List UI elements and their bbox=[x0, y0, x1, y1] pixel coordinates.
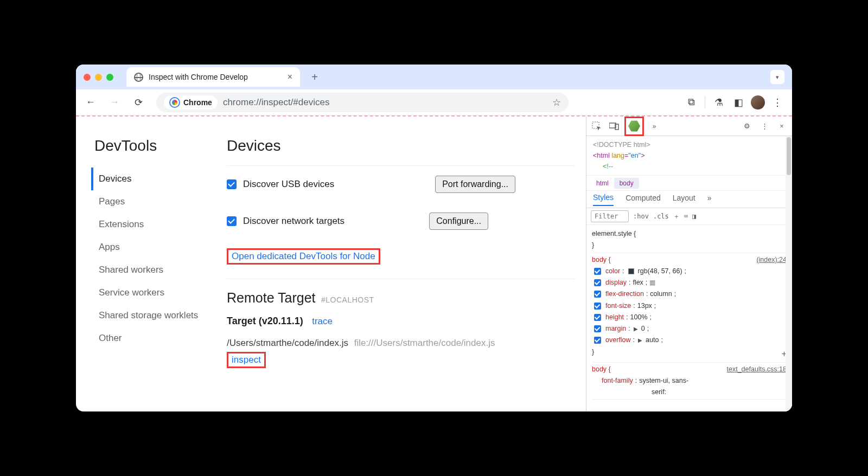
sidebar-item-apps[interactable]: Apps bbox=[91, 236, 221, 259]
globe-icon bbox=[134, 73, 143, 82]
property-name: flex-direction bbox=[605, 288, 644, 300]
target-name: Target (v20.11.1) bbox=[227, 316, 303, 326]
more-panel-tabs-icon[interactable]: » bbox=[707, 194, 712, 205]
omnibox[interactable]: Chrome chrome://inspect/#devices ☆ bbox=[156, 93, 569, 112]
toggle-rendering-icon[interactable]: ◨ bbox=[692, 213, 696, 220]
css-property-row[interactable]: color: rgb(48, 57, 66); bbox=[592, 266, 787, 277]
content-body: DevTools Devices Pages Extensions Apps S… bbox=[76, 115, 792, 411]
omnibox-origin-chip[interactable]: Chrome bbox=[164, 95, 218, 110]
crumb-body[interactable]: body bbox=[614, 178, 639, 189]
more-tabs-icon[interactable]: » bbox=[647, 119, 661, 133]
property-enabled-checkbox[interactable] bbox=[594, 303, 601, 310]
inspect-link[interactable]: inspect bbox=[232, 355, 261, 365]
close-tab-icon[interactable]: × bbox=[288, 72, 292, 82]
rule2-source-link[interactable]: text_defaults.css:18 bbox=[727, 364, 787, 375]
bookmark-icon[interactable]: ☆ bbox=[552, 97, 561, 108]
computed-styles-icon[interactable]: ⌨ bbox=[684, 213, 688, 220]
property-name: overflow bbox=[605, 335, 631, 346]
hov-toggle[interactable]: :hov bbox=[633, 213, 649, 220]
property-enabled-checkbox[interactable] bbox=[594, 337, 601, 344]
labs-icon[interactable]: ⚗ bbox=[710, 93, 728, 112]
open-devtools-for-node-link[interactable]: Open dedicated DevTools for Node bbox=[232, 251, 375, 261]
settings-icon[interactable]: ⚙ bbox=[740, 119, 754, 133]
css-property-row[interactable]: margin: ▶0; bbox=[592, 323, 787, 335]
sidebar-item-shared-workers[interactable]: Shared workers bbox=[91, 259, 221, 281]
window-controls bbox=[84, 74, 113, 81]
inspect-page: DevTools Devices Pages Extensions Apps S… bbox=[76, 117, 586, 411]
property-enabled-checkbox[interactable] bbox=[594, 291, 601, 298]
tab-layout[interactable]: Layout bbox=[673, 194, 695, 205]
discover-usb-checkbox[interactable] bbox=[227, 179, 237, 189]
property-enabled-checkbox[interactable] bbox=[594, 325, 601, 332]
remote-target-heading: Remote Target bbox=[227, 290, 316, 305]
configure-button[interactable]: Configure... bbox=[429, 213, 488, 230]
sidebar-item-pages[interactable]: Pages bbox=[91, 190, 221, 213]
flex-editor-icon[interactable]: ▦ bbox=[649, 277, 655, 288]
css-property-row[interactable]: overflow: ▶auto; bbox=[592, 335, 787, 346]
page-title: DevTools bbox=[94, 137, 221, 155]
property-value: auto bbox=[646, 335, 659, 346]
sidebar-item-devices[interactable]: Devices bbox=[91, 168, 221, 190]
devtools-menu-icon[interactable]: ⋮ bbox=[757, 119, 771, 133]
tab-search-button[interactable]: ▾ bbox=[770, 70, 784, 84]
reload-button[interactable]: ⟳ bbox=[129, 93, 148, 112]
port-forwarding-button[interactable]: Port forwarding... bbox=[435, 176, 515, 193]
property-value: 13px bbox=[637, 300, 652, 312]
minimize-window-icon[interactable] bbox=[95, 74, 102, 81]
css-property-row[interactable]: height: 100%; bbox=[592, 312, 787, 323]
sidebar-item-service-workers[interactable]: Service workers bbox=[91, 281, 221, 304]
expand-shorthand-icon[interactable]: ▶ bbox=[638, 336, 642, 345]
brace-close: } bbox=[592, 240, 787, 251]
tab-computed[interactable]: Computed bbox=[626, 194, 661, 205]
property-name: display bbox=[605, 277, 627, 288]
styles-pane[interactable]: element.style { } body { (index):24 colo… bbox=[586, 225, 792, 402]
discover-usb-label: Discover USB devices bbox=[243, 179, 334, 190]
back-button[interactable]: ← bbox=[81, 93, 100, 112]
extensions-icon[interactable]: ⧉ bbox=[682, 93, 700, 112]
src-comment: <!-- bbox=[603, 163, 613, 170]
sidebar-item-shared-storage-worklets[interactable]: Shared storage worklets bbox=[91, 304, 221, 327]
expand-shorthand-icon[interactable]: ▶ bbox=[634, 324, 638, 333]
target-file-url: file:///Users/stmarthe/code/index.js bbox=[354, 338, 495, 348]
new-tab-button[interactable]: + bbox=[307, 69, 323, 85]
svg-rect-1 bbox=[609, 123, 616, 128]
property-name: font-size bbox=[605, 300, 631, 312]
src-doctype: <!DOCTYPE html> bbox=[593, 141, 650, 149]
new-style-rule-icon[interactable]: ＋ bbox=[673, 212, 680, 221]
css-property-row[interactable]: display: flex; ▦ bbox=[592, 277, 787, 288]
menu-icon[interactable]: ⋮ bbox=[768, 93, 787, 112]
close-window-icon[interactable] bbox=[84, 74, 91, 81]
profile-avatar[interactable] bbox=[749, 93, 767, 112]
tab-styles[interactable]: Styles bbox=[593, 193, 614, 206]
trace-link[interactable]: trace bbox=[312, 316, 333, 326]
maximize-window-icon[interactable] bbox=[106, 74, 113, 81]
breadcrumb: html body bbox=[586, 176, 792, 191]
remote-target-tag: #LOCALHOST bbox=[321, 295, 374, 304]
property-enabled-checkbox[interactable] bbox=[594, 268, 601, 275]
devtools-scrollbar[interactable] bbox=[786, 136, 792, 411]
property-enabled-checkbox[interactable] bbox=[594, 314, 601, 321]
omnibox-chip-label: Chrome bbox=[183, 98, 212, 107]
side-panel-icon[interactable]: ◧ bbox=[729, 93, 748, 112]
color-swatch-icon[interactable] bbox=[628, 268, 634, 274]
forward-button[interactable]: → bbox=[105, 93, 124, 112]
rule2-prop-val: system-ui, sans- bbox=[639, 375, 688, 387]
crumb-html[interactable]: html bbox=[591, 178, 614, 189]
filter-input[interactable] bbox=[591, 210, 629, 222]
close-devtools-icon[interactable]: × bbox=[775, 119, 789, 133]
browser-window: Inspect with Chrome Develop × + ▾ ← → ⟳ … bbox=[76, 65, 792, 411]
elements-source[interactable]: <!DOCTYPE html> <html lang="en"> <!-- bbox=[586, 136, 792, 176]
device-toolbar-icon[interactable] bbox=[607, 119, 621, 133]
inspect-element-icon[interactable] bbox=[590, 119, 604, 133]
sidebar-item-extensions[interactable]: Extensions bbox=[91, 213, 221, 236]
property-enabled-checkbox[interactable] bbox=[594, 279, 601, 286]
devtools-panel: » ⚙ ⋮ × <!DOCTYPE html> <html lang="en">… bbox=[586, 117, 792, 411]
css-property-row[interactable]: flex-direction: column; bbox=[592, 288, 787, 300]
css-property-row[interactable]: font-size: 13px; bbox=[592, 300, 787, 312]
rule1-source-link[interactable]: (index):24 bbox=[756, 254, 787, 266]
cls-toggle[interactable]: .cls bbox=[653, 213, 669, 220]
sidebar-item-other[interactable]: Other bbox=[91, 327, 221, 350]
browser-tab[interactable]: Inspect with Chrome Develop × bbox=[126, 67, 300, 87]
discover-network-checkbox[interactable] bbox=[227, 216, 237, 226]
node-tab-icon[interactable] bbox=[627, 119, 641, 133]
